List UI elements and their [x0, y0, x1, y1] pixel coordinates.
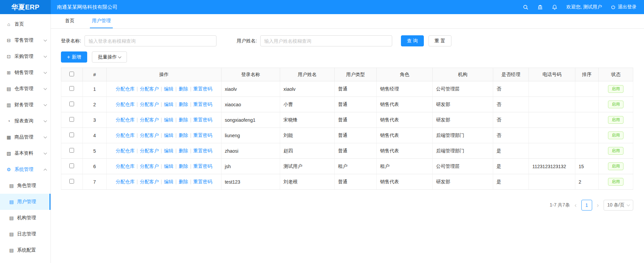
assign-warehouse-link[interactable]: 分配仓库	[116, 133, 135, 138]
assign-customer-link[interactable]: 分配客户	[140, 163, 159, 169]
assign-warehouse-link[interactable]: 分配仓库	[116, 179, 135, 184]
status-badge[interactable]: 启用	[608, 132, 623, 140]
reset-button[interactable]: 重 置	[429, 35, 451, 46]
assign-warehouse-link[interactable]: 分配仓库	[116, 163, 135, 169]
row-checkbox[interactable]	[69, 163, 74, 168]
sidebar-item-log[interactable]: ▤日志管理	[0, 226, 50, 242]
assign-customer-link[interactable]: 分配客户	[140, 86, 159, 91]
prev-page-button[interactable]: ‹	[575, 202, 577, 208]
reset-password-link[interactable]: 重置密码	[193, 148, 212, 153]
sidebar-item-retail[interactable]: ⊟零售管理	[0, 32, 50, 48]
sidebar-item-system[interactable]: ⚙系统管理	[0, 161, 50, 178]
delete-link[interactable]: 删除	[179, 148, 188, 153]
row-checkbox[interactable]	[69, 179, 74, 184]
search-icon[interactable]	[523, 4, 529, 10]
page-size-select[interactable]: 10 条/页	[604, 200, 633, 211]
delete-link[interactable]: 删除	[179, 102, 188, 107]
sidebar-item-label: 首页	[14, 21, 24, 27]
assign-customer-link[interactable]: 分配客户	[140, 179, 159, 184]
tab-bar: 首页 用户管理	[51, 14, 644, 29]
login-name-input[interactable]	[84, 35, 216, 46]
status-badge[interactable]: 启用	[608, 85, 623, 93]
search-button[interactable]: 查 询	[401, 35, 424, 46]
sidebar-item-org[interactable]: ▤机构管理	[0, 210, 50, 226]
assign-customer-link[interactable]: 分配客户	[140, 102, 159, 107]
sidebar-item-warehouse[interactable]: ▤仓库管理	[0, 81, 50, 97]
assign-warehouse-link[interactable]: 分配仓库	[116, 117, 135, 122]
reset-password-link[interactable]: 重置密码	[193, 133, 212, 138]
table-row: 5分配仓库|分配客户|编辑|删除|重置密码zhaosi赵四普通销售代表后端管理部…	[61, 143, 633, 159]
reset-password-link[interactable]: 重置密码	[193, 86, 212, 91]
row-index-cell: 5	[82, 143, 107, 159]
batch-operations-button[interactable]: 批量操作	[92, 51, 127, 63]
chevron-down-icon	[118, 55, 122, 58]
current-page-button[interactable]: 1	[581, 200, 592, 211]
sidebar-item-purchase[interactable]: ⊡采购管理	[0, 48, 50, 65]
row-checkbox[interactable]	[69, 133, 74, 137]
tab-home[interactable]: 首页	[63, 14, 76, 28]
edit-link[interactable]: 编辑	[164, 86, 173, 91]
delete-link[interactable]: 删除	[179, 133, 188, 138]
sidebar-item-sales[interactable]: ⊞销售管理	[0, 65, 50, 81]
row-index-cell: 6	[82, 159, 107, 174]
user-name-cell: 刘老根	[280, 174, 335, 190]
organization-icon[interactable]	[537, 4, 543, 10]
role-cell: 销售代表	[377, 128, 433, 143]
is-manager-cell: 否	[493, 81, 529, 97]
reset-password-link[interactable]: 重置密码	[193, 117, 212, 122]
reset-password-link[interactable]: 重置密码	[193, 179, 212, 184]
phone-cell	[529, 143, 575, 159]
sidebar-item-basicdata[interactable]: ▧基本资料	[0, 145, 50, 161]
status-badge[interactable]: 启用	[608, 178, 623, 186]
tab-user-management[interactable]: 用户管理	[90, 14, 113, 28]
assign-warehouse-link[interactable]: 分配仓库	[116, 86, 135, 91]
next-page-button[interactable]: ›	[597, 202, 599, 208]
edit-link[interactable]: 编辑	[164, 117, 173, 122]
sidebar-item-label: 销售管理	[14, 70, 33, 76]
reset-password-link[interactable]: 重置密码	[193, 163, 212, 169]
login-name-cell: test123	[221, 174, 280, 190]
row-checkbox[interactable]	[69, 148, 74, 153]
sidebar-item-label: 仓库管理	[14, 86, 33, 92]
app-logo[interactable]: 华夏ERP	[0, 0, 51, 14]
select-all-checkbox[interactable]	[69, 72, 74, 76]
edit-link[interactable]: 编辑	[164, 179, 173, 184]
row-checkbox[interactable]	[69, 102, 74, 106]
assign-customer-link[interactable]: 分配客户	[140, 117, 159, 122]
add-button[interactable]: + 新增	[61, 51, 87, 63]
delete-link[interactable]: 删除	[179, 86, 188, 91]
sidebar-item-report[interactable]: ◔报表查询	[0, 113, 50, 129]
status-badge[interactable]: 启用	[608, 147, 623, 155]
edit-link[interactable]: 编辑	[164, 163, 173, 169]
sidebar-item-goods[interactable]: ▦商品管理	[0, 129, 50, 145]
sidebar-item-config[interactable]: ▤系统配置	[0, 242, 50, 258]
chevron-down-icon	[44, 54, 47, 58]
delete-link[interactable]: 删除	[179, 163, 188, 169]
delete-link[interactable]: 删除	[179, 179, 188, 184]
row-checkbox[interactable]	[69, 86, 74, 91]
status-badge[interactable]: 启用	[608, 101, 623, 109]
role-cell: 销售代表	[377, 174, 433, 190]
assign-warehouse-link[interactable]: 分配仓库	[116, 148, 135, 153]
assign-customer-link[interactable]: 分配客户	[140, 148, 159, 153]
sidebar-item-user[interactable]: ▤用户管理	[0, 194, 50, 210]
login-name-cell: liuneng	[221, 128, 280, 143]
reset-password-link[interactable]: 重置密码	[193, 102, 212, 107]
sidebar-item-role[interactable]: ▤角色管理	[0, 178, 50, 194]
delete-link[interactable]: 删除	[179, 117, 188, 122]
sidebar-item-finance[interactable]: ▥财务管理	[0, 97, 50, 113]
user-name-input[interactable]	[260, 35, 392, 46]
assign-warehouse-link[interactable]: 分配仓库	[116, 102, 135, 107]
sidebar-item-home[interactable]: ⌂首页	[0, 16, 50, 32]
status-badge[interactable]: 启用	[608, 162, 623, 171]
logout-button[interactable]: 退出登录	[611, 4, 637, 10]
edit-link[interactable]: 编辑	[164, 102, 173, 107]
edit-link[interactable]: 编辑	[164, 133, 173, 138]
row-checkbox[interactable]	[69, 117, 74, 122]
operations-cell: 分配仓库|分配客户|编辑|删除|重置密码	[107, 81, 221, 97]
edit-link[interactable]: 编辑	[164, 148, 173, 153]
is-manager-cell: 否	[493, 97, 529, 112]
status-badge[interactable]: 启用	[608, 116, 623, 124]
assign-customer-link[interactable]: 分配客户	[140, 133, 159, 138]
notification-bell-icon[interactable]	[552, 4, 557, 10]
